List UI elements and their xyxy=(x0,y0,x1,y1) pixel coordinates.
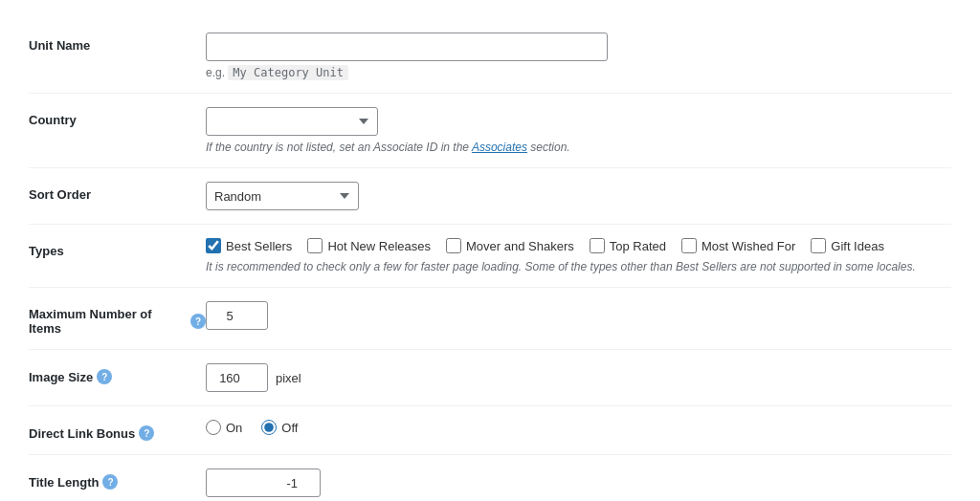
image-size-label: Image Size ? xyxy=(29,363,206,384)
settings-form: Unit Name e.g. My Category Unit Country … xyxy=(0,0,980,501)
max-items-label: Maximum Number of Items ? xyxy=(29,301,206,336)
gift-ideas-checkbox[interactable] xyxy=(811,238,826,253)
country-note: If the country is not listed, set an Ass… xyxy=(206,141,951,154)
sort-order-row: Sort Order Random Sales Rank Price: Low … xyxy=(29,168,951,225)
image-size-help-icon[interactable]: ? xyxy=(97,369,112,384)
max-items-content xyxy=(206,301,951,330)
associates-link[interactable]: Associates xyxy=(472,141,527,154)
types-content: Best Sellers Hot New Releases Mover and … xyxy=(206,238,951,273)
direct-link-on-radio[interactable] xyxy=(206,420,221,435)
direct-link-label: Direct Link Bonus ? xyxy=(29,420,206,441)
max-items-input[interactable] xyxy=(206,301,268,330)
type-best-sellers[interactable]: Best Sellers xyxy=(206,238,292,253)
direct-link-content: On Off xyxy=(206,420,951,435)
country-label: Country xyxy=(29,107,206,127)
country-content: If the country is not listed, set an Ass… xyxy=(206,107,951,154)
max-items-help-icon[interactable]: ? xyxy=(190,314,206,329)
image-size-suffix: pixel xyxy=(276,371,301,385)
country-select[interactable] xyxy=(206,107,378,136)
title-length-row: Title Length ? xyxy=(29,455,951,501)
image-size-input[interactable] xyxy=(206,363,268,392)
type-gift-ideas[interactable]: Gift Ideas xyxy=(811,238,884,253)
hot-new-releases-checkbox[interactable] xyxy=(307,238,323,253)
sort-order-select[interactable]: Random Sales Rank Price: Low to High Pri… xyxy=(206,182,359,210)
max-items-row: Maximum Number of Items ? xyxy=(29,288,951,350)
direct-link-off-option[interactable]: Off xyxy=(261,420,298,435)
unit-name-hint: e.g. My Category Unit xyxy=(206,66,951,79)
direct-link-help-icon[interactable]: ? xyxy=(139,425,154,441)
types-row: Types Best Sellers Hot New Releases Move… xyxy=(29,225,951,288)
unit-name-content: e.g. My Category Unit xyxy=(206,33,951,79)
image-size-content: pixel xyxy=(206,363,951,392)
most-wished-for-checkbox[interactable] xyxy=(681,238,697,253)
title-length-input[interactable] xyxy=(206,468,321,497)
unit-name-label: Unit Name xyxy=(29,33,206,53)
types-label: Types xyxy=(29,238,206,258)
types-note: It is recommended to check only a few fo… xyxy=(206,260,951,273)
mover-shakers-checkbox[interactable] xyxy=(446,238,461,253)
direct-link-row: Direct Link Bonus ? On Off xyxy=(29,406,951,455)
sort-order-label: Sort Order xyxy=(29,182,206,202)
unit-name-row: Unit Name e.g. My Category Unit xyxy=(29,19,951,94)
country-row: Country If the country is not listed, se… xyxy=(29,94,951,168)
direct-link-off-radio[interactable] xyxy=(261,420,277,435)
title-length-content xyxy=(206,468,951,497)
type-top-rated[interactable]: Top Rated xyxy=(590,238,666,253)
type-most-wished-for[interactable]: Most Wished For xyxy=(681,238,795,253)
type-hot-new-releases[interactable]: Hot New Releases xyxy=(307,238,431,253)
image-size-row: Image Size ? pixel xyxy=(29,350,951,406)
types-checkboxes: Best Sellers Hot New Releases Mover and … xyxy=(206,238,951,253)
top-rated-checkbox[interactable] xyxy=(590,238,605,253)
image-size-group: pixel xyxy=(206,363,951,392)
title-length-help-icon[interactable]: ? xyxy=(102,474,118,490)
unit-name-input[interactable] xyxy=(206,33,608,61)
direct-link-on-option[interactable]: On xyxy=(206,420,242,435)
type-mover-shakers[interactable]: Mover and Shakers xyxy=(446,238,574,253)
direct-link-radio-group: On Off xyxy=(206,420,951,435)
sort-order-content: Random Sales Rank Price: Low to High Pri… xyxy=(206,182,951,210)
title-length-label: Title Length ? xyxy=(29,468,206,490)
best-sellers-checkbox[interactable] xyxy=(206,238,221,253)
